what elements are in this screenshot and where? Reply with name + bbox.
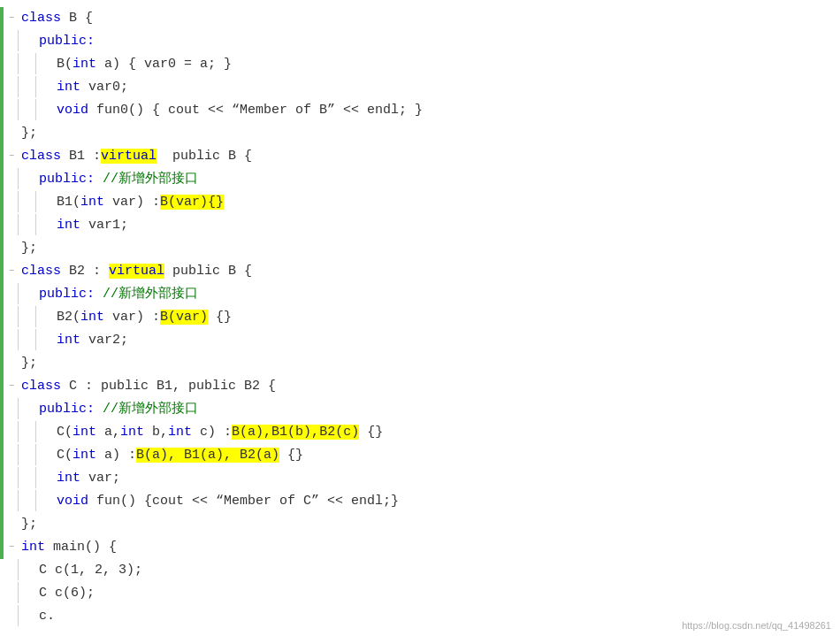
gutter[interactable]: − bbox=[0, 8, 18, 29]
left-bar bbox=[0, 237, 4, 260]
left-bar bbox=[0, 99, 4, 122]
indent-guide bbox=[18, 168, 35, 189]
code-text: }; bbox=[18, 123, 840, 144]
code-line-9: B1(int var) :B(var){} bbox=[0, 191, 840, 214]
code-text: void fun0() { cout << “Member of B” << e… bbox=[53, 100, 840, 121]
code-text: B1(int var) :B(var){} bbox=[53, 192, 840, 213]
left-bar bbox=[0, 122, 4, 145]
code-line-8: public: //新增外部接口 bbox=[0, 168, 840, 191]
indent-guide bbox=[18, 490, 35, 511]
gutter[interactable]: − bbox=[0, 146, 18, 167]
left-bar bbox=[0, 283, 4, 306]
code-line-13: public: //新增外部接口 bbox=[0, 283, 840, 306]
code-text: public: bbox=[35, 31, 840, 52]
watermark: https://blog.csdn.net/qq_41498261 bbox=[682, 620, 831, 631]
indent-guide bbox=[18, 467, 35, 488]
code-text: B(int a) { var0 = a; } bbox=[53, 54, 840, 75]
code-line-23: }; bbox=[0, 513, 840, 536]
code-text: int var1; bbox=[53, 215, 840, 236]
left-bar bbox=[0, 53, 4, 76]
code-line-7: −class B1 :virtual public B { bbox=[0, 145, 840, 168]
fold-icon[interactable]: − bbox=[9, 376, 14, 397]
code-line-10: int var1; bbox=[0, 214, 840, 237]
code-line-4: int var0; bbox=[0, 76, 840, 99]
gutter[interactable]: − bbox=[0, 261, 18, 282]
gutter[interactable]: − bbox=[0, 537, 18, 558]
code-text: class B1 :virtual public B { bbox=[18, 146, 840, 167]
code-text: C c(6); bbox=[35, 583, 840, 604]
left-bar bbox=[0, 30, 4, 53]
left-bar bbox=[0, 398, 4, 421]
indent-guide bbox=[35, 467, 53, 488]
indent-guide bbox=[18, 421, 35, 442]
code-line-17: −class C : public B1, public B2 { bbox=[0, 375, 840, 398]
code-text: }; bbox=[18, 238, 840, 259]
fold-icon[interactable]: − bbox=[9, 8, 14, 29]
code-line-14: B2(int var) :B(var) {} bbox=[0, 306, 840, 329]
indent-guide bbox=[35, 421, 53, 442]
code-text: B2(int var) :B(var) {} bbox=[53, 307, 840, 328]
code-text: C c(1, 2, 3); bbox=[35, 560, 840, 581]
code-line-22: void fun() {cout << “Member of C” << end… bbox=[0, 490, 840, 513]
left-bar bbox=[0, 352, 4, 375]
code-line-5: void fun0() { cout << “Member of B” << e… bbox=[0, 99, 840, 122]
code-text: public: //新增外部接口 bbox=[35, 169, 840, 190]
code-line-16: }; bbox=[0, 352, 840, 375]
code-line-3: B(int a) { var0 = a; } bbox=[0, 53, 840, 76]
code-text: int var2; bbox=[53, 330, 840, 351]
indent-guide bbox=[18, 191, 35, 212]
code-line-24: −int main() { bbox=[0, 536, 840, 559]
indent-guide bbox=[18, 99, 35, 120]
indent-guide bbox=[18, 398, 35, 419]
indent-guide bbox=[18, 582, 35, 603]
code-line-21: int var; bbox=[0, 467, 840, 490]
indent-guide bbox=[35, 191, 53, 212]
left-bar bbox=[0, 444, 4, 467]
gutter[interactable]: − bbox=[0, 376, 18, 397]
code-text: int var; bbox=[53, 468, 840, 489]
indent-guide bbox=[35, 214, 53, 235]
code-line-6: }; bbox=[0, 122, 840, 145]
left-bar bbox=[0, 214, 4, 237]
indent-guide bbox=[35, 53, 53, 74]
code-line-2: public: bbox=[0, 30, 840, 53]
code-text: class B { bbox=[18, 8, 840, 29]
code-line-19: C(int a,int b,int c) :B(a),B1(b),B2(c) {… bbox=[0, 421, 840, 444]
code-text: void fun() {cout << “Member of C” << end… bbox=[53, 491, 840, 512]
indent-guide bbox=[18, 283, 35, 304]
indent-guide bbox=[18, 30, 35, 51]
indent-guide bbox=[35, 490, 53, 511]
code-line-1: −class B { bbox=[0, 7, 840, 30]
left-bar bbox=[0, 76, 4, 99]
indent-guide bbox=[35, 306, 53, 327]
code-line-20: C(int a) :B(a), B1(a), B2(a) {} bbox=[0, 444, 840, 467]
code-line-12: −class B2 : virtual public B { bbox=[0, 260, 840, 283]
left-bar bbox=[0, 168, 4, 191]
indent-guide bbox=[18, 444, 35, 465]
code-text: int main() { bbox=[18, 537, 840, 558]
code-text: class C : public B1, public B2 { bbox=[18, 376, 840, 397]
left-bar bbox=[0, 329, 4, 352]
indent-guide bbox=[18, 306, 35, 327]
left-bar bbox=[0, 467, 4, 490]
fold-icon[interactable]: − bbox=[9, 261, 14, 282]
code-text: int var0; bbox=[53, 77, 840, 98]
fold-icon[interactable]: − bbox=[9, 146, 14, 167]
code-text: C(int a) :B(a), B1(a), B2(a) {} bbox=[53, 445, 840, 466]
code-line-11: }; bbox=[0, 237, 840, 260]
code-text: class B2 : virtual public B { bbox=[18, 261, 840, 282]
indent-guide bbox=[18, 76, 35, 97]
left-bar bbox=[0, 490, 4, 513]
indent-guide bbox=[18, 214, 35, 235]
code-line-25: C c(1, 2, 3); bbox=[0, 559, 840, 582]
fold-icon[interactable]: − bbox=[9, 537, 14, 558]
left-bar bbox=[0, 513, 4, 536]
indent-guide bbox=[35, 329, 53, 350]
indent-guide bbox=[35, 99, 53, 120]
indent-guide bbox=[18, 559, 35, 580]
code-container: −class B {public:B(int a) { var0 = a; }i… bbox=[0, 0, 840, 636]
code-line-18: public: //新增外部接口 bbox=[0, 398, 840, 421]
code-text: C(int a,int b,int c) :B(a),B1(b),B2(c) {… bbox=[53, 422, 840, 443]
left-bar bbox=[0, 191, 4, 214]
indent-guide bbox=[18, 605, 35, 626]
